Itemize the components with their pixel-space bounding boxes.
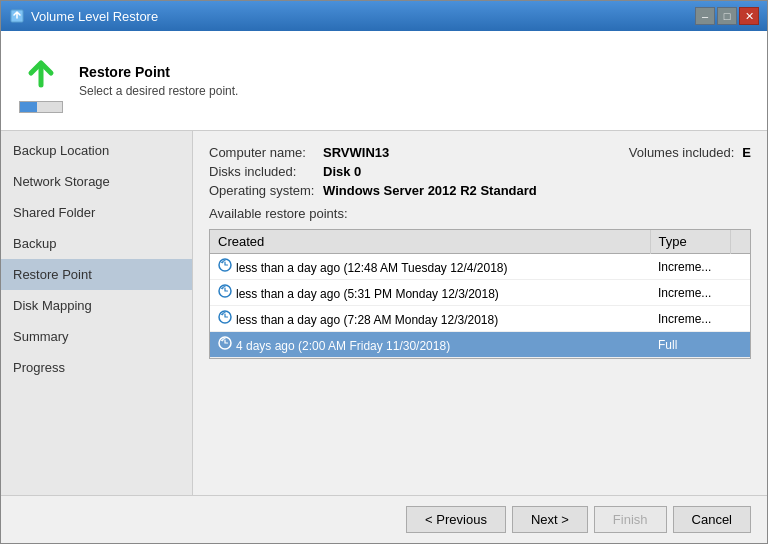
sidebar-item-shared-folder[interactable]: Shared Folder [1, 197, 192, 228]
col-created-header: Created [210, 230, 650, 254]
table-row[interactable]: less than a day ago (12:48 AM Tuesday 12… [210, 254, 750, 280]
computer-info: Computer name: SRVWIN13 Disks included: … [209, 145, 557, 202]
col-type-header: Type [650, 230, 730, 254]
cell-type: Increme... [650, 306, 730, 332]
os-row: Operating system: Windows Server 2012 R2… [209, 183, 557, 198]
disks-row: Disks included: Disk 0 [209, 164, 557, 179]
header-title: Restore Point [79, 64, 751, 80]
minimize-button[interactable]: – [695, 7, 715, 25]
top-info: Computer name: SRVWIN13 Disks included: … [209, 145, 751, 202]
cell-created: less than a day ago (12:48 AM Tuesday 12… [210, 254, 650, 280]
restore-point-icon [218, 310, 232, 324]
header-text: Restore Point Select a desired restore p… [79, 64, 751, 98]
volumes-value: E [742, 145, 751, 160]
progress-fill [20, 102, 37, 112]
os-value: Windows Server 2012 R2 Standard [323, 183, 537, 198]
cell-extra [730, 306, 750, 332]
finish-button[interactable]: Finish [594, 506, 667, 533]
restore-point-icon [218, 284, 232, 298]
title-controls: – □ ✕ [695, 7, 759, 25]
cell-created: less than a day ago (7:28 AM Monday 12/3… [210, 306, 650, 332]
cell-created: 4 days ago (2:00 AM Friday 11/30/2018) [210, 332, 650, 358]
col-extra-header [730, 230, 750, 254]
next-button[interactable]: Next > [512, 506, 588, 533]
restore-table-container: Created Type less than a day ago (12:48 … [209, 229, 751, 359]
maximize-button[interactable]: □ [717, 7, 737, 25]
header-icon-area [17, 49, 65, 113]
title-bar: Volume Level Restore – □ ✕ [1, 1, 767, 31]
cell-type: Increme... [650, 280, 730, 306]
table-row[interactable]: less than a day ago (7:28 AM Monday 12/3… [210, 306, 750, 332]
volumes-info: Volumes included: E [629, 145, 751, 202]
sidebar: Backup LocationNetwork StorageShared Fol… [1, 131, 193, 495]
title-bar-left: Volume Level Restore [9, 8, 158, 24]
window-title: Volume Level Restore [31, 9, 158, 24]
content-area: Backup LocationNetwork StorageShared Fol… [1, 131, 767, 495]
footer: < Previous Next > Finish Cancel [1, 495, 767, 543]
previous-button[interactable]: < Previous [406, 506, 506, 533]
volumes-label: Volumes included: [629, 145, 735, 160]
cell-type: Full [650, 332, 730, 358]
cell-extra [730, 332, 750, 358]
table-row[interactable]: less than a day ago (5:31 PM Monday 12/3… [210, 280, 750, 306]
main-window: Volume Level Restore – □ ✕ Restore Point… [0, 0, 768, 544]
restore-point-icon [218, 336, 232, 350]
computer-name-value: SRVWIN13 [323, 145, 389, 160]
os-label: Operating system: [209, 183, 319, 198]
restore-icon [17, 49, 65, 97]
close-button[interactable]: ✕ [739, 7, 759, 25]
available-label: Available restore points: [209, 206, 751, 221]
disks-value: Disk 0 [323, 164, 361, 179]
cell-type: Increme... [650, 254, 730, 280]
sidebar-item-backup-location[interactable]: Backup Location [1, 135, 192, 166]
disks-label: Disks included: [209, 164, 319, 179]
window-icon [9, 8, 25, 24]
sidebar-item-backup[interactable]: Backup [1, 228, 192, 259]
computer-name-row: Computer name: SRVWIN13 [209, 145, 557, 160]
sidebar-item-restore-point[interactable]: Restore Point [1, 259, 192, 290]
cell-extra [730, 254, 750, 280]
header-subtitle: Select a desired restore point. [79, 84, 751, 98]
main-content: Computer name: SRVWIN13 Disks included: … [193, 131, 767, 495]
restore-table: Created Type less than a day ago (12:48 … [210, 230, 750, 358]
restore-point-icon [218, 258, 232, 272]
cell-extra [730, 280, 750, 306]
table-row[interactable]: 4 days ago (2:00 AM Friday 11/30/2018)Fu… [210, 332, 750, 358]
sidebar-item-network-storage[interactable]: Network Storage [1, 166, 192, 197]
cancel-button[interactable]: Cancel [673, 506, 751, 533]
computer-name-label: Computer name: [209, 145, 319, 160]
sidebar-item-summary[interactable]: Summary [1, 321, 192, 352]
cell-created: less than a day ago (5:31 PM Monday 12/3… [210, 280, 650, 306]
header-section: Restore Point Select a desired restore p… [1, 31, 767, 131]
progress-indicator [19, 101, 63, 113]
sidebar-item-disk-mapping[interactable]: Disk Mapping [1, 290, 192, 321]
sidebar-item-progress[interactable]: Progress [1, 352, 192, 383]
